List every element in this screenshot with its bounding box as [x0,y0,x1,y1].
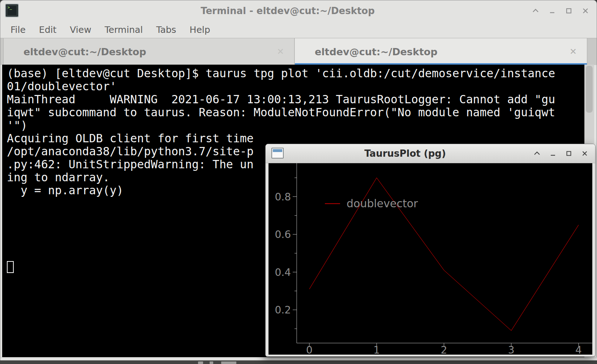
tabbar: eltdev@cut:~/Desktop✕eltdev@cut:~/Deskto… [0,38,597,65]
scrollbar-thumb[interactable] [586,66,593,113]
y-tick-label: 0.4 [275,266,291,278]
terminal-cursor [7,261,14,273]
menu-item-edit[interactable]: Edit [39,25,56,35]
x-tick-label: 0 [306,344,313,355]
maximize-button[interactable] [563,148,574,159]
taskbar-fragment [210,361,213,364]
menu-item-terminal[interactable]: Terminal [105,25,143,35]
menu-item-help[interactable]: Help [190,25,210,35]
chevron-up-icon [533,150,541,157]
maximize-button[interactable] [563,5,574,16]
taurusplot-app-icon [271,148,284,159]
terminal-titlebar: >_ Terminal - eltdev@cut:~/Desktop [0,0,597,21]
menu-item-view[interactable]: View [70,25,91,35]
maximize-icon [565,7,573,15]
close-icon [581,7,589,15]
menubar: FileEditViewTerminalTabsHelp [0,21,597,38]
maximize-icon [565,150,573,157]
plot-area[interactable]: 0.20.40.60.801234doublevector [269,163,592,355]
taurusplot-window-controls [532,144,590,163]
minimize-icon [549,150,557,157]
y-tick-label: 0.6 [275,229,291,240]
menu-item-tabs[interactable]: Tabs [156,25,176,35]
taurusplot-window-title: TaurusPlot (pg) [309,144,501,163]
terminal-tab-2[interactable]: eltdev@cut:~/Desktop✕ [295,38,587,65]
taskbar-fragment [221,361,236,364]
close-button[interactable] [579,148,590,159]
x-tick-label: 4 [575,344,582,355]
taurusplot-titlebar: TaurusPlot (pg) [266,144,595,163]
tab-close-icon[interactable]: ✕ [277,47,284,56]
y-tick-label: 0.2 [275,304,291,316]
terminal-tab-1[interactable]: eltdev@cut:~/Desktop✕ [3,38,295,65]
terminal-app-icon-prompt: >_ [8,6,12,9]
tab-close-icon[interactable]: ✕ [570,47,577,56]
x-tick-label: 2 [441,344,447,355]
terminal-app-icon: >_ [5,4,19,17]
minimize-button[interactable] [547,148,558,159]
x-tick-label: 1 [373,344,380,355]
chevron-up-icon [532,7,540,15]
taurusplot-app-icon-bar [273,149,282,152]
shade-button[interactable] [530,5,541,16]
desktop-strip [0,360,597,364]
terminal-window-controls [530,0,591,21]
minimize-button[interactable] [547,5,558,16]
tab-label: eltdev@cut:~/Desktop [23,46,146,57]
plot-canvas[interactable]: 0.20.40.60.801234doublevector [269,163,593,355]
shade-button[interactable] [532,148,542,159]
taskbar-fragment [198,361,203,364]
legend-label: doublevector [347,197,418,210]
taurusplot-window: TaurusPlot (pg) 0.20.40.60.801234doublev… [265,144,596,357]
menu-item-file[interactable]: File [10,25,26,35]
y-tick-label: 0.8 [275,191,291,203]
minimize-icon [548,7,556,15]
tab-label: eltdev@cut:~/Desktop [315,46,438,57]
x-tick-label: 3 [508,344,515,355]
terminal-window-title: Terminal - eltdev@cut:~/Desktop [73,0,503,21]
close-icon [581,150,589,157]
close-button[interactable] [580,5,591,16]
